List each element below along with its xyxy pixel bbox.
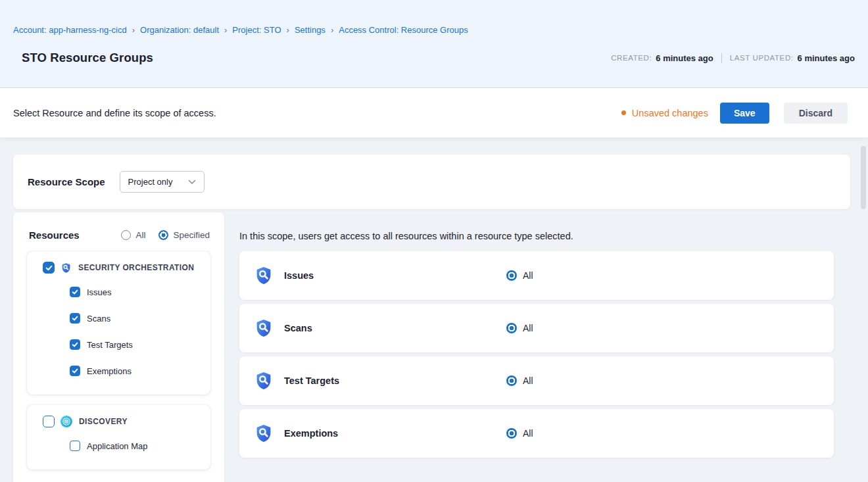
resources-mode-radios: AllSpecified (121, 230, 210, 240)
group-label: SECURITY ORCHESTRATION (78, 263, 194, 272)
resource-name: Scans (284, 323, 312, 333)
resource-name: Test Targets (284, 375, 339, 386)
resource-type-label: Issues (87, 287, 112, 297)
content-area: Resource Scope Project only Resources Al… (0, 137, 868, 482)
save-button[interactable]: Save (720, 103, 769, 124)
resources-title: Resources (29, 229, 80, 241)
access-all-radio[interactable] (506, 375, 517, 386)
shield-search-icon (254, 266, 274, 285)
resource-scope-label: Resource Scope (28, 176, 105, 187)
breadcrumb-link[interactable]: Settings (295, 25, 326, 35)
shield-search-icon (60, 262, 72, 274)
resource-access-row: Test Targets All (239, 356, 834, 405)
resource-access-row: Scans All (239, 304, 834, 352)
resource-group-card: DISCOVERY Application Map (27, 405, 210, 470)
resource-type-checkbox[interactable] (70, 366, 80, 376)
breadcrumb-link[interactable]: Account: app-harness-ng-cicd (13, 25, 127, 35)
meta-info: CREATED: 6 minutes ago LAST UPDATED: 6 m… (611, 53, 855, 63)
access-all-radio[interactable] (506, 323, 517, 333)
shield-search-icon (254, 371, 274, 391)
radio-label: All (135, 230, 145, 240)
scope-info-text: In this scope, users get access to all r… (239, 231, 834, 241)
breadcrumb-separator-icon: › (224, 25, 227, 35)
resource-type-checkbox[interactable] (70, 287, 80, 297)
page-header: Account: app-harness-ng-cicd›Organizatio… (0, 0, 868, 88)
radio-icon[interactable] (158, 230, 168, 240)
breadcrumb-separator-icon: › (287, 25, 289, 35)
resource-name: Exemptions (284, 428, 338, 439)
resources-panel: Resources AllSpecified SECURITY ORCHESTR… (13, 212, 224, 482)
created-value: 6 minutes ago (656, 53, 713, 63)
resource-type-label: Application Map (87, 441, 148, 451)
resource-type-label: Test Targets (87, 340, 133, 350)
access-all-label: All (523, 270, 533, 281)
resource-scope-select[interactable]: Project only (120, 171, 205, 193)
group-checkbox[interactable] (43, 416, 55, 427)
resource-type-row: Issues (27, 279, 210, 305)
scope-area: In this scope, users get access to all r… (239, 212, 834, 462)
breadcrumb-link[interactable]: Organization: default (140, 25, 219, 35)
unsaved-changes-label: Unsaved changes (632, 108, 708, 118)
updated-label: LAST UPDATED: (730, 54, 794, 62)
breadcrumb-separator-icon: › (331, 25, 333, 35)
resource-access-row: Exemptions All (239, 409, 834, 458)
resources-mode-all[interactable]: All (121, 230, 145, 240)
shield-search-icon (254, 318, 274, 338)
resource-scope-card: Resource Scope Project only (13, 155, 850, 209)
group-checkbox[interactable] (43, 262, 55, 274)
group-label: DISCOVERY (79, 417, 128, 426)
resource-scope-value: Project only (128, 177, 173, 187)
created-label: CREATED: (611, 54, 652, 62)
breadcrumb-separator-icon: › (132, 25, 135, 35)
toolbar-description: Select Resource and define its scope of … (13, 108, 216, 118)
breadcrumb-link[interactable]: Project: STO (232, 25, 281, 35)
resource-name: Issues (284, 270, 314, 281)
action-toolbar: Select Resource and define its scope of … (0, 88, 868, 137)
resources-mode-specified[interactable]: Specified (158, 230, 210, 240)
access-all-radio[interactable] (506, 270, 517, 281)
scrollbar-thumb[interactable] (861, 146, 866, 209)
shield-search-icon (254, 423, 274, 443)
resource-type-row: Application Map (27, 433, 210, 459)
unsaved-dot-icon (621, 110, 626, 115)
breadcrumb: Account: app-harness-ng-cicd›Organizatio… (0, 0, 868, 35)
resource-access-row: Issues All (239, 251, 834, 300)
page-title: STO Resource Groups (22, 51, 153, 65)
breadcrumb-link[interactable]: Access Control: Resource Groups (339, 25, 468, 35)
meta-divider (721, 53, 722, 63)
resource-type-row: Exemptions (27, 358, 210, 384)
access-all-label: All (523, 375, 533, 386)
resource-type-row: Scans (27, 305, 210, 331)
access-all-label: All (523, 323, 533, 333)
resource-type-label: Exemptions (87, 366, 132, 376)
discard-button[interactable]: Discard (784, 103, 848, 124)
chevron-down-icon (188, 180, 196, 185)
radar-icon (60, 416, 72, 427)
updated-value: 6 minutes ago (798, 53, 855, 63)
access-all-radio[interactable] (506, 428, 517, 439)
resource-type-checkbox[interactable] (70, 313, 80, 324)
radio-icon[interactable] (121, 230, 131, 240)
resource-type-checkbox[interactable] (70, 339, 80, 350)
access-all-label: All (523, 428, 533, 439)
resource-group-card: SECURITY ORCHESTRATION Issues Scans Test… (27, 251, 210, 395)
resource-type-checkbox[interactable] (70, 441, 80, 451)
radio-label: Specified (173, 230, 210, 240)
resource-type-label: Scans (87, 314, 110, 324)
resource-type-row: Test Targets (27, 331, 210, 358)
